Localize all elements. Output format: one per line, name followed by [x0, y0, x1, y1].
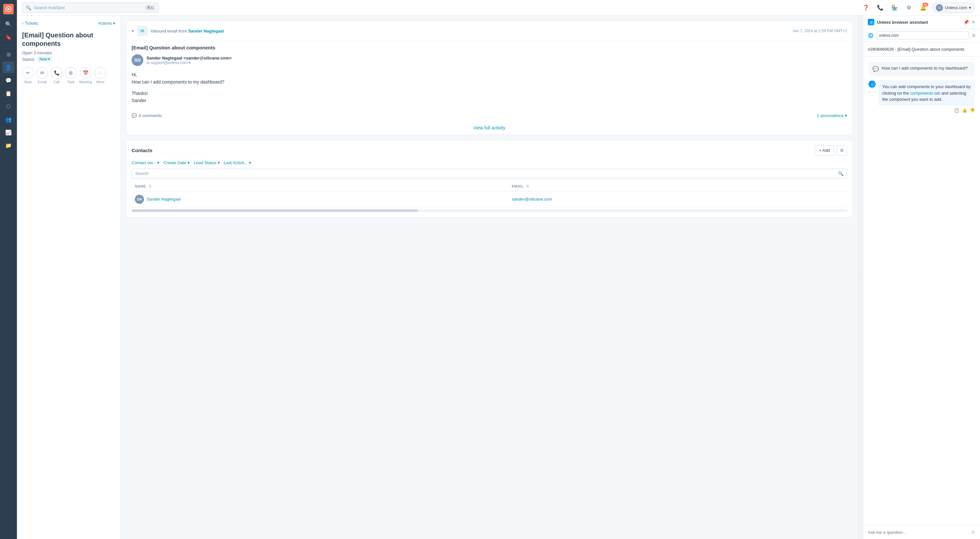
email-button[interactable]: ✉ Email [37, 67, 48, 84]
email-header[interactable]: ▾ ✉ Inbound email from Sander Nagtegaal … [126, 21, 852, 41]
search-icon[interactable]: 🔍 [838, 171, 843, 176]
status-badge[interactable]: New ▾ [37, 57, 52, 62]
ai-message: U You can add components to your dashboa… [869, 80, 975, 113]
sender-name-link[interactable]: Sander Nagtegaal [188, 29, 224, 33]
contact-owner-filter[interactable]: Contact ow... ▾ [132, 160, 159, 166]
panel-resize-handle[interactable]: ⋮ [858, 16, 863, 539]
name-column-header[interactable]: NAME ⇅ [132, 182, 509, 191]
associations-chevron-icon: ▾ [845, 113, 847, 118]
filter-row: Contact ow... ▾ Create Date ▾ Lead Statu… [132, 160, 847, 166]
tickets-back-link[interactable]: ‹ Tickets [22, 21, 38, 26]
email-subject: [Email] Question about components [132, 45, 847, 50]
chat-area: 💬 How can I add components to my dashboa… [863, 57, 980, 525]
sender-to[interactable]: to support@unless.com ▾ [146, 61, 232, 65]
add-contact-button[interactable]: + Add [815, 145, 834, 156]
email-timestamp: Jun 7, 2024 at 2:59 PM GMT+2 [792, 29, 847, 33]
send-button[interactable]: ➤ [970, 529, 975, 536]
sender-full-name: Sander Nagtegaal <sander@silicane.com> [146, 56, 232, 61]
hubspot-logo[interactable] [3, 4, 14, 14]
associations-label: 2 associations [817, 113, 843, 118]
contact-name-cell: SN Sander Nagtegaal [132, 191, 509, 207]
task-label: Task [67, 80, 75, 84]
notifications-icon[interactable]: 🔔 44 [918, 3, 928, 13]
dashboard-icon[interactable]: ⊞ [3, 48, 14, 60]
more-button[interactable]: ··· More [95, 67, 106, 84]
email-header-info: Inbound email from Sander Nagtegaal [151, 28, 789, 33]
phone-icon[interactable]: 📞 [875, 3, 885, 13]
note-button[interactable]: ✏ Note [22, 67, 34, 84]
url-input[interactable] [876, 32, 969, 39]
copy-message-button[interactable]: 📋 [954, 108, 959, 113]
contacts-title: Contacts [132, 148, 153, 153]
reports-nav-icon[interactable]: 📋 [3, 88, 14, 99]
components-tab-link[interactable]: components tab [910, 91, 940, 96]
contacts-search-box[interactable]: 🔍 [132, 169, 847, 179]
call-label: Call [54, 80, 60, 84]
search-input[interactable] [135, 171, 836, 176]
account-name: Unless.com [945, 5, 967, 10]
last-activity-filter[interactable]: Last Activit... ▾ [224, 160, 251, 166]
user-message-text: How can I add components to my dashboard… [881, 65, 968, 72]
panel-title: Unless browser assistant [877, 20, 928, 25]
comments-count: 0 comments [139, 113, 162, 118]
contact-name-link[interactable]: Sander Nagtegaal [146, 197, 181, 202]
ai-message-text: You can add components to your dashboard… [878, 80, 975, 106]
resize-indicator: ⋮ [859, 276, 862, 279]
ticket-main: ▾ ✉ Inbound email from Sander Nagtegaal … [121, 16, 858, 539]
contacts-settings-button[interactable]: ⚙ [837, 145, 847, 156]
files-nav-icon[interactable]: 📁 [3, 139, 14, 151]
contact-email-link[interactable]: sander@silicane.com [512, 197, 552, 202]
settings-icon[interactable]: ⚙ [904, 3, 914, 13]
comments-link[interactable]: 💬 0 comments [132, 113, 162, 118]
create-date-filter-label: Create Date [164, 160, 186, 165]
top-bar: 🔍 Search HubSpot ⌘K ❓ 📞 🏪 ⚙ 🔔 44 U Unles… [17, 0, 980, 16]
contact-owner-chevron-icon: ▾ [157, 160, 159, 165]
add-contact-label: + Add [819, 148, 830, 153]
panel-input-area: ➤ [863, 525, 980, 539]
note-icon: ✏ [22, 67, 34, 79]
objects-nav-icon[interactable]: ⬡ [3, 100, 14, 112]
collapse-icon[interactable]: ▾ [132, 28, 134, 33]
meeting-button[interactable]: 📅 Meeting [79, 67, 92, 84]
create-date-filter[interactable]: Create Date ▾ [164, 160, 190, 166]
main-area: 🔍 Search HubSpot ⌘K ❓ 📞 🏪 ⚙ 🔔 44 U Unles… [17, 0, 980, 539]
conversations-nav-icon[interactable]: 💬 [3, 75, 14, 86]
contact-owner-filter-label: Contact ow... [132, 160, 156, 165]
ask-input[interactable] [868, 530, 968, 535]
contacts-header: Contacts + Add ⚙ [132, 145, 847, 156]
email-body: Hi, How can I add components to my dashb… [132, 70, 847, 106]
thumbs-up-button[interactable]: 👍 [962, 108, 967, 113]
horizontal-scrollbar[interactable] [132, 209, 847, 212]
panel-header: U Unless browser assistant 📌 ✕ [863, 16, 980, 29]
marketplace-icon[interactable]: 🏪 [889, 3, 900, 13]
bookmarks-icon[interactable]: 🔖 [3, 31, 14, 43]
close-button[interactable]: ✕ [972, 19, 975, 25]
search-nav-icon[interactable]: 🔍 [3, 18, 14, 30]
account-avatar: U [936, 4, 943, 11]
url-bar-row: 🌐 ≡ [863, 29, 980, 42]
actions-dropdown-button[interactable]: Actions ▾ [98, 21, 115, 26]
associations-link[interactable]: 2 associations ▾ [817, 113, 847, 118]
call-button[interactable]: 📞 Call [51, 67, 62, 84]
task-button[interactable]: ⊞ Task [65, 67, 77, 84]
email-footer: 💬 0 comments 2 associations ▾ [126, 110, 852, 121]
email-column-header[interactable]: EMAIL ⇅ [509, 182, 847, 191]
lead-status-filter[interactable]: Lead Status ▾ [194, 160, 220, 166]
url-menu-button[interactable]: ≡ [972, 32, 975, 38]
contacts-nav-icon[interactable]: 👤 [3, 61, 14, 73]
help-icon[interactable]: ❓ [861, 3, 871, 13]
thumbs-down-button[interactable]: 👎 [970, 108, 975, 113]
actions-label: Actions [98, 21, 112, 26]
analytics-nav-icon[interactable]: 📈 [3, 126, 14, 138]
search-box[interactable]: 🔍 Search HubSpot ⌘K [22, 3, 159, 13]
pin-button[interactable]: 📌 [963, 19, 969, 25]
panel-ticket-reference: #2808460626 - [Email] Question about com… [863, 42, 980, 57]
task-icon: ⊞ [65, 67, 77, 79]
account-switcher[interactable]: U Unless.com ▾ [932, 3, 975, 13]
content-area: ‹ Tickets Actions ▾ [Email] Question abo… [17, 16, 980, 539]
teams-nav-icon[interactable]: 👥 [3, 113, 14, 125]
status-chevron-icon: ▾ [48, 57, 50, 61]
name-sort-icon: ⇅ [148, 184, 152, 188]
view-full-activity-link[interactable]: View full activity [126, 121, 852, 134]
panel-ticket-id: #2808460626 - [Email] Question about com… [868, 47, 975, 52]
